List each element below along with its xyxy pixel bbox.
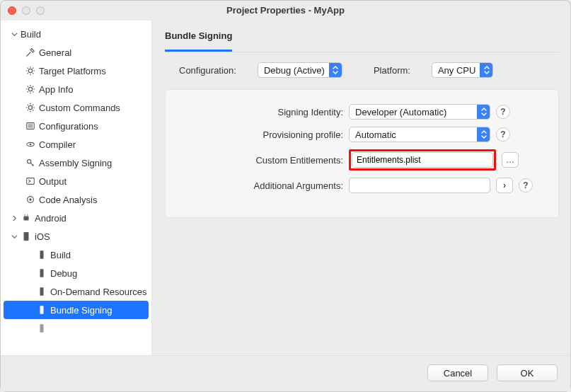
configuration-select[interactable]: Debug (Active) (258, 62, 342, 78)
sidebar-item-assembly-signing[interactable]: Assembly Signing (1, 154, 151, 172)
minimize-window-button[interactable] (22, 6, 30, 15)
sidebar-item-label: Compiler (39, 139, 76, 150)
sidebar-item-label: Target Platforms (39, 66, 106, 76)
dialog-footer: Cancel OK (1, 355, 570, 391)
sidebar-item-label: App Info (39, 84, 73, 95)
sidebar-group-label: iOS (35, 231, 50, 242)
row-custom-entitlements: Custom Entitlements: … (177, 149, 547, 171)
sidebar-item-label: Build (50, 250, 71, 260)
ok-button[interactable]: OK (497, 364, 558, 381)
platform-label: Platform: (374, 65, 410, 76)
sidebar-item-label: Custom Commands (39, 103, 120, 113)
svg-point-5 (30, 144, 32, 146)
configuration-label: Configuration: (179, 65, 236, 76)
sidebar-item-on-demand-resources[interactable]: On-Demand Resources (1, 282, 151, 301)
sidebar-item-target-platforms[interactable]: Target Platforms (1, 62, 151, 80)
sidebar-item-output[interactable]: Output (1, 172, 151, 190)
sidebar-group-ios[interactable]: iOS (1, 227, 151, 246)
main-panel: Bundle Signing Configuration: Debug (Act… (152, 21, 570, 355)
svg-rect-17 (40, 306, 44, 314)
browse-button[interactable]: … (502, 152, 519, 168)
svg-point-1 (28, 87, 32, 91)
updown-icon (329, 63, 342, 77)
tab-bar: Bundle Signing (165, 30, 559, 52)
chevron-right-icon: › (503, 180, 506, 190)
entitlements-highlight (349, 149, 496, 171)
additional-arguments-label: Additional Arguments: (177, 180, 343, 191)
sidebar-group-label: Build (21, 29, 41, 40)
gear-icon (25, 83, 36, 95)
row-additional-arguments: Additional Arguments: › ? (177, 178, 547, 193)
sidebar-item-configurations[interactable]: Configurations (1, 117, 151, 135)
gear-icon (25, 65, 36, 76)
svg-point-9 (29, 198, 32, 201)
list-icon (25, 120, 36, 132)
window-controls (8, 6, 45, 15)
sidebar-item-label: Debug (50, 268, 77, 279)
sidebar-item-ios-debug[interactable]: Debug (1, 264, 151, 282)
row-signing-identity: Signing Identity: Developer (Automatic) … (177, 104, 547, 120)
custom-entitlements-input[interactable] (352, 152, 493, 168)
output-icon (25, 175, 36, 187)
sidebar-item-label: Code Analysis (39, 195, 97, 205)
phone-icon (36, 286, 47, 297)
window-title: Project Properties - MyApp (1, 5, 570, 16)
platform-select[interactable]: Any CPU (432, 62, 493, 78)
platform-value: Any CPU (438, 65, 480, 76)
help-button[interactable]: ? (496, 105, 510, 119)
signing-identity-value: Developer (Automatic) (355, 107, 451, 117)
sidebar-item-label: General (39, 47, 71, 58)
provisioning-profile-label: Provisioning profile: (177, 129, 343, 140)
phone-icon (36, 323, 47, 334)
sidebar-item-app-info[interactable]: App Info (1, 80, 151, 98)
sidebar-item-custom-commands[interactable]: Custom Commands (1, 98, 151, 117)
chevron-right-icon[interactable] (11, 215, 18, 221)
expand-button[interactable]: › (496, 178, 513, 193)
key-icon (25, 157, 36, 168)
svg-point-0 (28, 69, 32, 72)
signing-identity-select[interactable]: Developer (Automatic) (349, 104, 490, 120)
svg-rect-16 (40, 287, 44, 296)
configuration-value: Debug (Active) (264, 65, 329, 76)
sidebar: Build General Target Platforms App Info (1, 21, 152, 355)
close-window-button[interactable] (8, 6, 16, 15)
gear-icon (25, 102, 36, 113)
sidebar-item-label: Assembly Signing (39, 158, 112, 168)
additional-arguments-input[interactable] (349, 178, 490, 193)
sidebar-item-ios-build[interactable]: Build (1, 246, 151, 264)
sidebar-item-code-analysis[interactable]: Code Analysis (1, 190, 151, 209)
sidebar-item-bundle-signing[interactable]: Bundle Signing (4, 301, 149, 319)
zoom-window-button[interactable] (36, 6, 45, 15)
sidebar-item-label: On-Demand Resources (50, 287, 147, 297)
chevron-down-icon[interactable] (11, 31, 18, 38)
wrench-icon (25, 47, 36, 58)
android-icon (21, 212, 32, 224)
sidebar-group-android[interactable]: Android (1, 209, 151, 227)
svg-point-2 (28, 105, 32, 109)
svg-point-12 (27, 214, 28, 215)
sidebar-item-general[interactable]: General (1, 43, 151, 62)
help-button[interactable]: ? (496, 127, 510, 142)
svg-rect-15 (40, 269, 44, 277)
row-provisioning-profile: Provisioning profile: Automatic ? (177, 127, 547, 142)
updown-icon (477, 105, 490, 119)
phone-icon (36, 304, 47, 316)
cancel-button[interactable]: Cancel (427, 364, 488, 381)
signing-identity-label: Signing Identity: (177, 107, 343, 117)
svg-rect-10 (24, 216, 29, 220)
section-title: Bundle Signing (165, 30, 232, 45)
phone-icon (36, 267, 47, 279)
phone-icon (36, 249, 47, 260)
provisioning-profile-select[interactable]: Automatic (349, 127, 490, 142)
sidebar-item-compiler[interactable]: Compiler (1, 135, 151, 154)
chevron-down-icon[interactable] (11, 234, 18, 240)
sidebar-item-ipa-options[interactable]: IPA Options (1, 319, 151, 338)
sidebar-item-label: Output (39, 176, 67, 187)
signing-panel: Signing Identity: Developer (Automatic) … (165, 89, 559, 218)
window-body: Build General Target Platforms App Info (1, 21, 570, 355)
sidebar-group-build[interactable]: Build (1, 25, 151, 43)
sidebar-group-label: Android (35, 213, 67, 224)
help-button[interactable]: ? (519, 178, 533, 192)
config-row: Configuration: Debug (Active) Platform: … (165, 62, 559, 78)
tab-bundle-signing[interactable]: Bundle Signing (165, 30, 232, 52)
